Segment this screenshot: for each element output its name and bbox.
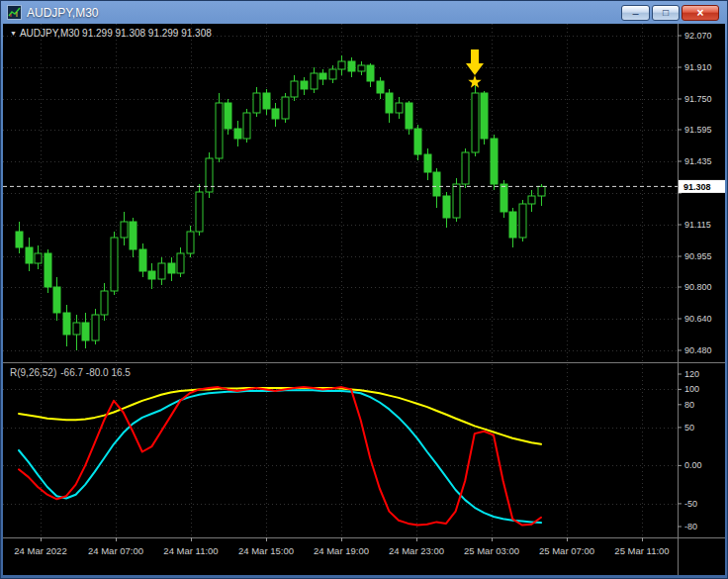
chart-client-area: 92.07091.91091.75091.59591.43591.11590.9… (3, 24, 725, 575)
candle-body (443, 196, 450, 218)
candle-body (216, 103, 223, 158)
chart-canvas[interactable]: 92.07091.91091.75091.59591.43591.11590.9… (3, 24, 725, 575)
candle-body (121, 222, 128, 238)
maximize-button[interactable]: □ (652, 5, 680, 21)
candle-body (453, 184, 460, 218)
price-axis[interactable]: 92.07091.91091.75091.59591.43591.11590.9… (678, 31, 712, 355)
candle-body (472, 93, 479, 152)
close-button[interactable]: × (682, 5, 719, 21)
time-axis-label: 24 Mar 07:00 (88, 545, 143, 556)
candle-body (348, 61, 355, 71)
candle-body (358, 65, 365, 71)
mt4-chart-window: AUDJPY,M30 – □ × 92.07091.91091.75091.59… (0, 0, 728, 579)
bid-price-label: 91.308 (683, 182, 711, 192)
price-axis-label: 91.435 (684, 156, 712, 166)
price-axis-label: 92.070 (684, 31, 712, 41)
candle-body (481, 93, 488, 139)
candle-body (63, 313, 70, 335)
candle-body (528, 196, 535, 204)
time-axis-label: 24 Mar 2022 (14, 545, 66, 556)
candle-body (433, 172, 440, 196)
indicator-axis-label: 120 (684, 369, 699, 379)
candle-body (101, 291, 108, 315)
candle-body (319, 73, 326, 79)
candle-body (92, 315, 99, 340)
time-axis-label: 24 Mar 19:00 (314, 545, 369, 556)
window-titlebar[interactable]: AUDJPY,M30 – □ × (3, 1, 725, 24)
time-axis-label: 24 Mar 15:00 (238, 545, 294, 556)
indicator-axis[interactable]: 12010080500.00-50-80 (678, 369, 702, 531)
price-axis-label: 90.640 (684, 314, 712, 324)
candle-body (462, 152, 469, 184)
price-axis-label: 91.750 (684, 94, 712, 104)
price-axis-label: 90.480 (684, 345, 712, 355)
candle-body (111, 238, 118, 291)
candle-body (519, 204, 526, 238)
indicator-axis-label: 50 (684, 423, 694, 433)
price-axis-label: 90.800 (684, 282, 712, 292)
bid-price-box: 91.308 (679, 180, 725, 193)
minimize-button[interactable]: – (621, 5, 650, 21)
candle-body (329, 69, 336, 79)
candle-body (538, 186, 545, 196)
candle-body (509, 212, 516, 238)
candle-body (338, 61, 345, 69)
candle-body (406, 103, 412, 129)
price-axis-label: 91.595 (684, 125, 712, 135)
candle-body (45, 253, 51, 287)
indicator-axis-label: -80 (684, 522, 697, 531)
candle-body (272, 109, 279, 119)
window-title: AUDJPY,M30 (27, 6, 98, 20)
window-controls: – □ × (619, 5, 719, 21)
candle-body (414, 129, 421, 154)
candle-body (396, 103, 403, 113)
candle-body (225, 103, 231, 129)
candle-body (26, 247, 33, 263)
candle-body (53, 287, 60, 313)
candle-body (130, 222, 136, 249)
candle-body (187, 232, 194, 253)
price-axis-label: 90.955 (684, 251, 712, 261)
time-axis-label: 25 Mar 07:00 (539, 545, 594, 556)
price-axis-label: 91.115 (684, 220, 711, 230)
candle-body (158, 263, 165, 279)
candle-body (491, 139, 498, 184)
symbol-dropdown-icon[interactable]: ▼ (10, 30, 17, 37)
candle-body (73, 323, 80, 335)
candle-body (253, 93, 260, 113)
time-axis[interactable]: 24 Mar 202224 Mar 07:0024 Mar 11:0024 Ma… (14, 537, 669, 556)
indicator-axis-label: 100 (684, 384, 699, 394)
candle-body (177, 253, 184, 273)
candle-body (16, 232, 23, 247)
candle-body (35, 253, 42, 263)
candle-body (148, 271, 155, 279)
indicator-axis-label: 0.00 (684, 460, 702, 470)
candle-body (168, 263, 175, 273)
candle-body (386, 93, 393, 113)
candle-body (291, 81, 298, 97)
time-axis-label: 25 Mar 11:00 (614, 545, 669, 556)
indicator-axis-label: -50 (684, 499, 697, 509)
candle-body (139, 249, 146, 271)
candle-body (234, 129, 241, 139)
indicator-axis-label: 80 (684, 400, 694, 410)
candle-body (263, 93, 270, 109)
time-axis-label: 24 Mar 11:00 (163, 545, 218, 556)
candle-body (301, 81, 308, 89)
candle-body (424, 154, 431, 172)
candle-body (243, 113, 250, 139)
candle-body (196, 192, 203, 232)
chart-window-icon (7, 5, 22, 20)
candle-body (500, 184, 507, 212)
time-axis-label: 25 Mar 03:00 (464, 545, 519, 556)
candle-body (282, 97, 289, 119)
price-axis-label: 91.910 (684, 62, 712, 72)
candle-body (367, 65, 374, 81)
candle-body (377, 81, 384, 93)
candle-body (311, 73, 318, 89)
time-axis-label: 24 Mar 23:00 (389, 545, 444, 556)
candle-body (82, 323, 89, 340)
